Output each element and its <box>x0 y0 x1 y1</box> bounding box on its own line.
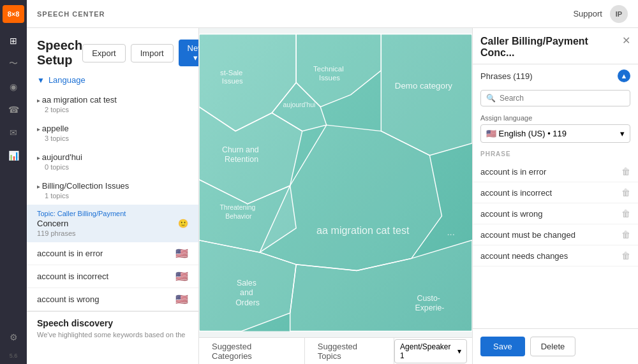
category-topics: 1 topics <box>37 192 188 200</box>
svg-text:aujourd'hui: aujourd'hui <box>283 101 316 108</box>
export-button[interactable]: Export <box>82 44 126 62</box>
search-icon: 🔍 <box>486 94 496 103</box>
topic-name-text: Concern <box>37 219 68 228</box>
phrase-row: account is in error 🇺🇸 <box>27 242 198 265</box>
left-panel: Speech Setup Export Import New ▾ ▼ Langu… <box>27 28 199 364</box>
voronoi-container: st-Sale Issues Technical Issues Demo cat… <box>199 28 472 337</box>
phrase-text: account is in error <box>37 249 103 258</box>
assign-language-label: Assign language <box>480 114 630 122</box>
nav-icon-grid[interactable]: ⊞ <box>3 31 24 51</box>
language-select[interactable]: 🇺🇸 English (US) • 119 ▾ <box>480 124 630 143</box>
phrases-count: Phrases (119) <box>480 71 533 81</box>
right-phrase-row: account must be changed 🗑 <box>473 224 638 245</box>
svg-text:Demo category: Demo category <box>395 81 453 91</box>
phrase-row: account is wrong 🇺🇸 <box>27 288 198 311</box>
search-input[interactable] <box>500 94 625 103</box>
phrase-text: account is wrong <box>37 295 100 304</box>
speech-setup-title: Speech Setup <box>37 38 82 68</box>
nav-icon-chart[interactable]: 📊 <box>3 145 24 166</box>
category-item[interactable]: aa migration cat test 2 topics <box>27 90 198 119</box>
right-phrase-row: account is wrong 🗑 <box>473 203 638 224</box>
category-topics: 2 topics <box>37 106 188 113</box>
nav-icon-eye[interactable]: ◉ <box>3 76 24 97</box>
chevron-down-icon: ▾ <box>457 347 461 356</box>
close-button[interactable]: ✕ <box>622 36 630 46</box>
svg-text:Churn and
            Retentio: Churn and Retention <box>222 145 261 164</box>
right-phrase-row: account is incorrect 🗑 <box>473 182 638 203</box>
suggested-categories-tab[interactable]: Suggested Categories <box>199 338 305 364</box>
language-label[interactable]: ▼ Language <box>37 75 188 85</box>
top-buttons: Export Import New ▾ <box>82 40 199 66</box>
delete-icon[interactable]: 🗑 <box>621 251 630 261</box>
right-panel-scroll: Phrases (119) ▲ 🔍 Assign language 🇺🇸 Eng… <box>473 64 638 328</box>
app-logo[interactable]: 8×8 <box>3 5 24 23</box>
svg-text:st-Sale
            Issues: st-Sale Issues <box>220 69 245 85</box>
nav-icon-wave[interactable]: 〜 <box>3 54 24 74</box>
svg-text:Custo-
            Experie-: Custo- Experie- <box>415 294 444 312</box>
category-name: Billing/Collection Issues <box>37 181 188 191</box>
delete-icon[interactable]: 🗑 <box>621 229 630 240</box>
discovery-section: Speech discovery We've highlighted some … <box>27 311 198 342</box>
main-area: SPEECH CENTER Support IP Speech Setup Ex… <box>27 0 638 364</box>
bottom-tab-right: Agent/Speaker 1 ▾ <box>394 339 472 363</box>
delete-icon[interactable]: 🗑 <box>621 187 630 198</box>
right-phrase-text: account needs changes <box>480 251 568 261</box>
language-section: ▼ Language <box>27 73 198 90</box>
right-phrase-text: account is incorrect <box>480 188 552 198</box>
speaker-select[interactable]: Agent/Speaker 1 ▾ <box>394 339 467 363</box>
svg-marker-3 <box>381 34 472 155</box>
delete-button[interactable]: Delete <box>530 337 576 356</box>
assign-language: Assign language 🇺🇸 English (US) • 119 ▾ <box>473 112 638 148</box>
nav-icon-settings[interactable]: ⚙ <box>3 327 24 347</box>
category-name: aujourd'hui <box>37 152 188 162</box>
right-panel: Caller Billing/Payment Conc... ✕ Phrases… <box>472 28 638 364</box>
discovery-title: Speech discovery <box>37 318 188 328</box>
right-panel-title: Caller Billing/Payment Conc... <box>480 36 622 59</box>
voronoi-diagram: st-Sale Issues Technical Issues Demo cat… <box>199 28 472 337</box>
nav-sidebar: 8×8 ⊞ 〜 ◉ ☎ ✉ 📊 ⚙ 5.6 <box>0 0 27 364</box>
svg-text:···: ··· <box>447 228 455 239</box>
flag-icon: 🇺🇸 <box>175 270 188 282</box>
svg-text:aa migration cat test: aa migration cat test <box>316 224 410 236</box>
emoji-icon: 🙂 <box>178 219 188 228</box>
nav-icon-mail[interactable]: ✉ <box>3 122 24 143</box>
topic-phrases: 119 phrases <box>37 229 188 237</box>
support-link[interactable]: Support <box>573 9 602 18</box>
expand-icon[interactable]: ▲ <box>618 69 630 82</box>
right-phrase-row: account is in error 🗑 <box>473 161 638 182</box>
category-topics: 3 topics <box>37 135 188 142</box>
discovery-text: We've highlighted some keywords based on… <box>37 331 188 339</box>
bottom-bar: Suggested Categories Suggested Topics Ag… <box>199 337 472 364</box>
suggested-topics-tab[interactable]: Suggested Topics <box>305 338 394 364</box>
app-version: 5.6 <box>10 353 18 359</box>
header-right: Support IP <box>573 5 628 23</box>
chevron-down-icon: ▾ <box>620 129 625 138</box>
right-phrase-text: account is wrong <box>480 209 543 219</box>
phrase-row: account is incorrect 🇺🇸 <box>27 265 198 288</box>
action-buttons: Save Delete <box>473 328 638 364</box>
save-button[interactable]: Save <box>480 337 525 356</box>
delete-icon[interactable]: 🗑 <box>621 208 630 219</box>
delete-icon[interactable]: 🗑 <box>621 166 630 177</box>
category-name: appelle <box>37 124 188 133</box>
category-name: aa migration cat test <box>37 95 188 105</box>
language-value: 🇺🇸 English (US) • 119 <box>486 129 567 138</box>
left-panel-scroll: ▼ Language aa migration cat test 2 topic… <box>27 73 198 364</box>
category-item[interactable]: appelle 3 topics <box>27 119 198 147</box>
new-button[interactable]: New ▾ <box>179 40 199 66</box>
import-button[interactable]: Import <box>131 44 174 62</box>
avatar[interactable]: IP <box>610 5 628 23</box>
flag-icon: 🇺🇸 <box>175 247 188 259</box>
search-box: 🔍 <box>480 90 630 106</box>
right-panel-header: Caller Billing/Payment Conc... ✕ <box>473 28 638 64</box>
flag-icon: 🇺🇸 <box>175 293 188 305</box>
speaker-label: Agent/Speaker 1 <box>400 342 455 360</box>
category-item[interactable]: Billing/Collection Issues 1 topics <box>27 176 198 205</box>
active-topic-item[interactable]: Topic: Caller Billing/Payment Concern 🙂 … <box>27 205 198 242</box>
category-item[interactable]: aujourd'hui 0 topics <box>27 147 198 176</box>
phrases-header[interactable]: Phrases (119) ▲ <box>473 64 638 87</box>
right-phrase-text: account is in error <box>480 167 546 177</box>
topic-label: Topic: Caller Billing/Payment <box>37 210 188 217</box>
content-row: Speech Setup Export Import New ▾ ▼ Langu… <box>27 28 638 364</box>
nav-icon-phone[interactable]: ☎ <box>3 99 24 120</box>
